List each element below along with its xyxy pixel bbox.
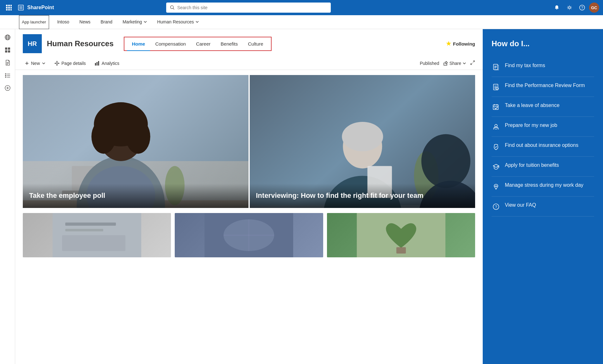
svg-rect-8 — [10, 9, 12, 10]
thumbnail-1[interactable] — [23, 213, 171, 257]
plus-icon — [25, 61, 29, 66]
nav-label-intoso: Intoso — [57, 19, 69, 24]
toolbar-right: Published Share — [420, 60, 475, 66]
svg-point-40 — [56, 63, 58, 64]
svg-rect-5 — [10, 7, 12, 9]
chevron-down-icon — [195, 20, 199, 24]
how-do-item-tax[interactable]: Find my tax forms — [492, 57, 594, 77]
how-do-label-leave: Take a leave of absence — [505, 102, 560, 109]
nav-item-marketing[interactable]: Marketing — [118, 15, 151, 29]
app-logo[interactable]: SharePoint — [18, 4, 54, 11]
user-avatar[interactable]: GC — [589, 3, 599, 13]
how-do-item-insurance[interactable]: Find out about insurance options — [492, 137, 594, 157]
app-launcher-item[interactable]: App launcher — [19, 15, 49, 29]
how-do-label-tax: Find my tax forms — [505, 62, 545, 69]
how-do-label-tuition: Apply for tuition benefits — [505, 162, 559, 169]
stress-icon — [492, 182, 500, 191]
page-nav-career[interactable]: Career — [191, 39, 216, 49]
notifications-icon[interactable] — [551, 2, 562, 13]
svg-rect-24 — [5, 50, 7, 53]
page-details-button[interactable]: Page details — [53, 60, 88, 67]
svg-rect-10 — [19, 6, 22, 9]
page-nav-culture[interactable]: Culture — [243, 39, 268, 49]
page-details-label: Page details — [61, 61, 86, 66]
search-input[interactable] — [177, 5, 327, 10]
nav-item-brand[interactable]: Brand — [96, 15, 117, 29]
how-do-item-leave[interactable]: Take a leave of absence — [492, 97, 594, 117]
help-icon[interactable]: ? — [576, 2, 588, 13]
review-form-icon — [492, 83, 500, 91]
thumbnail-3[interactable] — [327, 213, 475, 257]
svg-rect-30 — [7, 74, 10, 74]
how-do-label-review: Find the Performance Review Form — [505, 82, 585, 89]
svg-point-56 — [91, 119, 116, 154]
thumbnails-section — [15, 213, 483, 262]
hero-image-right[interactable]: Interviewing: How to find the right fit … — [250, 75, 475, 208]
how-do-item-review[interactable]: Find the Performance Review Form — [492, 77, 594, 97]
expand-button[interactable] — [470, 60, 475, 66]
panel-title: How do I... — [492, 39, 594, 48]
sidebar-globe[interactable] — [2, 32, 13, 43]
how-do-item-newjob[interactable]: Prepare for my new job — [492, 117, 594, 137]
svg-rect-29 — [5, 73, 6, 74]
sidebar-list[interactable] — [2, 70, 13, 81]
analytics-button[interactable]: Analytics — [93, 60, 121, 67]
how-do-i-panel: How do I... Find my tax forms — [483, 29, 603, 364]
following-button[interactable]: ★ Following — [446, 40, 475, 47]
new-label: New — [31, 61, 40, 66]
svg-rect-25 — [8, 50, 10, 53]
chevron-down-icon — [143, 20, 147, 24]
share-label: Share — [449, 61, 461, 66]
new-button[interactable]: New — [23, 60, 47, 67]
top-bar: SharePoint ? G — [0, 0, 603, 15]
sidebar-grid[interactable] — [2, 44, 13, 56]
main-container: HR Human Resources Home Compensation Car… — [0, 29, 603, 364]
hero-image-left[interactable]: Take the employee poll — [23, 75, 248, 208]
top-bar-icons: ? GC — [551, 2, 599, 13]
sidebar-add[interactable] — [2, 82, 13, 94]
svg-point-85 — [495, 124, 497, 127]
published-status: Published — [420, 61, 439, 66]
page-nav-home[interactable]: Home — [127, 39, 150, 49]
search-box[interactable] — [166, 3, 331, 13]
share-button[interactable]: Share — [443, 61, 466, 66]
site-navigation: App launcher Intoso News Brand Marketing… — [0, 15, 603, 29]
how-do-label-faq: View our FAQ — [505, 202, 536, 209]
waffle-menu[interactable] — [4, 3, 14, 13]
settings-icon[interactable] — [564, 2, 575, 13]
leave-icon — [492, 103, 500, 111]
hero-section: Take the employee poll — [15, 70, 483, 213]
content-area: HR Human Resources Home Compensation Car… — [15, 29, 483, 364]
hero-right-caption: Interviewing: How to find the right fit … — [250, 184, 475, 208]
share-icon — [443, 61, 448, 66]
nav-label-marketing: Marketing — [122, 19, 142, 24]
svg-rect-70 — [65, 229, 103, 231]
how-do-item-faq[interactable]: ? View our FAQ — [492, 197, 594, 217]
left-sidebar — [0, 29, 15, 364]
svg-rect-13 — [556, 9, 557, 9]
svg-rect-34 — [7, 77, 10, 78]
svg-point-11 — [170, 6, 173, 9]
analytics-label: Analytics — [102, 61, 119, 66]
how-do-item-stress[interactable]: Manage stress during my work day — [492, 177, 594, 197]
page-header: HR Human Resources Home Compensation Car… — [15, 29, 483, 58]
svg-text:?: ? — [495, 205, 497, 209]
nav-item-hr[interactable]: Human Resources — [153, 15, 204, 29]
nav-item-news[interactable]: News — [75, 15, 95, 29]
svg-point-66 — [421, 134, 470, 188]
how-do-item-tuition[interactable]: Apply for tuition benefits — [492, 157, 594, 177]
following-label: Following — [453, 41, 475, 47]
page-nav-benefits[interactable]: Benefits — [216, 39, 243, 49]
how-do-label-stress: Manage stress during my work day — [505, 182, 583, 189]
insurance-icon — [492, 142, 500, 151]
settings-icon — [54, 61, 60, 66]
svg-rect-42 — [97, 62, 97, 66]
sidebar-document[interactable] — [2, 57, 13, 68]
nav-item-intoso[interactable]: Intoso — [53, 15, 74, 29]
page-toolbar: New Page details Analytics Publish — [15, 58, 483, 70]
hero-left-caption: Take the employee poll — [23, 184, 248, 208]
thumbnail-2[interactable] — [175, 213, 323, 257]
svg-rect-71 — [62, 235, 125, 251]
page-nav-compensation[interactable]: Compensation — [150, 39, 191, 49]
new-job-icon — [492, 122, 500, 131]
